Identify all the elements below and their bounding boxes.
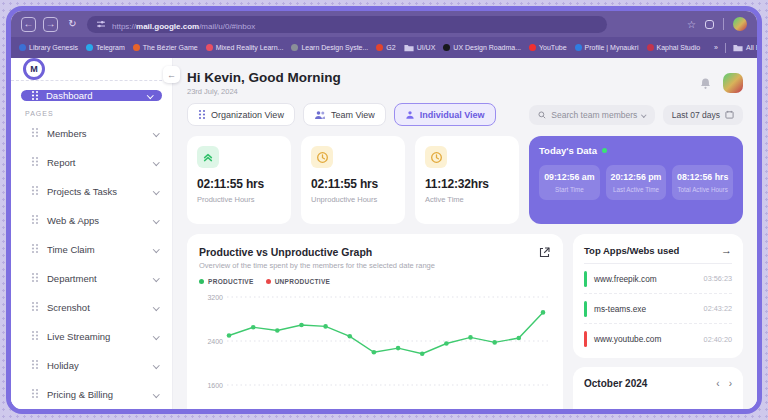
app-usage-row-www-youtube-com[interactable]: www.youtube.com02:40:20 [584,324,732,354]
sidebar-item-live-streaming[interactable]: Live Streaming [11,322,172,351]
legend-dot [266,279,271,284]
today-label: Total Active Hours [676,186,729,193]
app-usage-name: www.youtube.com [594,334,661,344]
all-bookmarks-button[interactable]: All Bookmarks [733,44,757,52]
app-usage-duration: 02:43:22 [704,304,732,313]
chevron-down-icon [642,112,647,117]
stat-value: 02:11:55 hrs [311,177,395,191]
sidebar-item-pricing-billing[interactable]: Pricing & Billing [11,380,172,409]
calendar-card: October 2024 ‹ › [573,367,743,409]
extensions-icon[interactable] [705,20,714,29]
view-tabs-row: Organization ViewTeam ViewIndividual Vie… [187,103,743,126]
calendar-prev-button[interactable]: ‹ [716,379,719,389]
top-apps-card: Top Apps/Webs used → www.freepik.com03:5… [573,234,743,358]
tab-individual-view[interactable]: Individual View [394,103,496,126]
today-card-last-active-time: 20:12:56 pmLast Active Time [606,165,667,200]
folder-icon [733,44,743,52]
chevron-down-icon [153,333,159,339]
main-content: Hi Kevin, Good Morning 23rd July, 2024 O… [173,58,757,409]
app-usage-bar [584,271,587,287]
svg-text:2400: 2400 [207,338,223,345]
grid-dots-icon [31,243,39,256]
bookmark-star-icon[interactable]: ☆ [687,19,696,30]
user-avatar[interactable] [723,73,743,93]
bookmark-item-g2[interactable]: G2 [376,44,395,51]
app-logo: M [23,58,45,80]
site-settings-icon[interactable] [96,19,106,29]
back-button[interactable]: ← [21,17,36,32]
url-bar[interactable]: https://mail.google.com/mail/u/0/#inbox [87,16,607,33]
sidebar-item-web-apps[interactable]: Web & Apps [11,206,172,235]
bookmark-item-ux-design-roadma[interactable]: UX Design Roadma... [443,44,521,51]
bookmark-favicon [86,44,93,51]
bookmark-favicon [376,44,383,51]
app-usage-row-ms-teams-exe[interactable]: ms-teams.exe02:43:22 [584,294,732,324]
sidebar-item-time-claim[interactable]: Time Claim [11,235,172,264]
chevrons-up-icon [197,146,219,168]
bookmark-favicon [133,44,140,51]
bookmark-item-library-genesis[interactable]: Library Genesis [19,44,78,51]
sidebar-item-screnshot[interactable]: Screnshot [11,293,172,322]
grid-dots-icon [31,185,39,198]
date-range-label: Last 07 days [672,110,720,120]
browser-profile-avatar[interactable] [733,17,747,31]
bookmarks-overflow-icon[interactable]: » [714,44,718,51]
today-value: 08:12:56 hrs [676,172,729,182]
sidebar-item-report[interactable]: Report [11,148,172,177]
page-date: 23rd July, 2024 [187,87,341,96]
date-range-button[interactable]: Last 07 days [663,105,743,125]
chevron-down-icon [153,304,159,310]
stat-label: Productive Hours [197,195,281,204]
chevron-down-icon [153,188,159,194]
sidebar-item-projects-tasks[interactable]: Projects & Tasks [11,177,172,206]
bookmark-favicon [19,44,26,51]
sidebar-item-dashboard[interactable]: Dashboard [21,90,162,101]
search-team-members-button[interactable]: Search team members [529,105,654,125]
svg-text:3200: 3200 [207,294,223,301]
grid-dots-icon [31,359,39,372]
bookmark-item-profile-mynaukri[interactable]: Profile | Mynaukri [575,44,639,51]
app-usage-duration: 03:56:23 [704,274,732,283]
app-usage-duration: 02:40:20 [704,335,732,344]
export-icon[interactable] [538,246,551,259]
app-usage-row-www-freepik-com[interactable]: www.freepik.com03:56:23 [584,264,732,294]
calendar-next-button[interactable]: › [729,379,732,389]
chevron-down-icon [153,391,159,397]
sidebar-collapse-button[interactable]: ← [163,66,180,83]
tab-team-view[interactable]: Team View [303,103,386,126]
top-apps-list: www.freepik.com03:56:23ms-teams.exe02:43… [584,264,732,354]
stat-card-productive-hours: 02:11:55 hrsProductive Hours [187,136,291,224]
notifications-bell-icon[interactable] [699,77,712,90]
tab-organization-view[interactable]: Organization View [187,103,295,126]
stat-card-active-time: 11:12:32hrsActive Time [415,136,519,224]
grid-dots-icon [31,272,39,285]
stat-card-unproductive-hours: 02:11:55 hrsUnproductive Hours [301,136,405,224]
today-card-start-time: 09:12:56 amStart Time [539,165,600,200]
top-apps-arrow-icon[interactable]: → [721,244,732,256]
grid-dots-icon [31,127,39,140]
search-icon [538,111,546,119]
forward-button[interactable]: → [43,17,58,32]
bookmark-favicon [529,44,536,51]
grid-dots-icon [31,156,39,169]
sidebar-item-holiday[interactable]: Holiday [11,351,172,380]
bookmark-item-ui-ux[interactable]: UI/UX [404,44,436,52]
bookmark-favicon [291,44,298,51]
chevron-down-icon [153,275,159,281]
app-usage-name: www.freepik.com [594,274,657,284]
app-usage-bar [584,331,587,347]
bookmark-item-youtube[interactable]: YouTube [529,44,567,51]
bookmark-item-mixed-reality-learn[interactable]: Mixed Reality Learn... [206,44,284,51]
bookmark-item-kaphal-studio[interactable]: Kaphal Studio [647,44,701,51]
top-apps-title: Top Apps/Webs used [584,245,679,256]
bookmark-item-telegram[interactable]: Telegram [86,44,125,51]
sidebar-item-department[interactable]: Department [11,264,172,293]
chevron-down-icon [147,92,153,98]
todays-data-cards: 09:12:56 amStart Time20:12:56 pmLast Act… [539,165,733,200]
chevron-down-icon [153,362,159,368]
sidebar-item-members[interactable]: Members [11,119,172,148]
reload-button[interactable]: ↻ [65,17,80,32]
bookmark-item-the-b-zier-game[interactable]: The Bézier Game [133,44,198,51]
stats-row: 02:11:55 hrsProductive Hours02:11:55 hrs… [187,136,743,224]
bookmark-item-learn-design-syste[interactable]: Learn Design Syste... [291,44,368,51]
